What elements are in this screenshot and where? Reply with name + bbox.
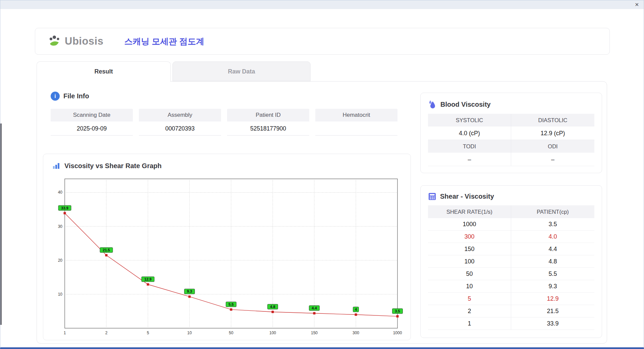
svg-text:4.8: 4.8: [270, 305, 275, 309]
bv-value-todi: –: [428, 153, 511, 166]
sv-cell-patient: 12.9: [511, 293, 594, 305]
main-panel: i File Info Scanning Date 2025-09-09 Ass…: [37, 81, 607, 344]
svg-text:30: 30: [58, 224, 63, 229]
bv-value-systolic: 4.0 (cP): [428, 127, 511, 140]
svg-text:1000: 1000: [393, 331, 402, 335]
sv-cell-patient: 3.5: [511, 218, 594, 231]
sv-cell-patient: 9.3: [511, 280, 594, 293]
field-scanning-date: Scanning Date 2025-09-09: [51, 109, 133, 136]
sv-cell-shear: 1000: [428, 218, 511, 231]
viscosity-shear-chart: 102030401251050100150300100033.921.512.9…: [51, 176, 405, 335]
field-value: [315, 121, 397, 136]
sv-cell-patient: 21.5: [511, 305, 594, 317]
file-info-fields: Scanning Date 2025-09-09 Assembly 000720…: [51, 109, 397, 136]
app-window: ✕ Ubiosis 스캐닝 모세관 점도계 Result Raw Data i …: [0, 0, 644, 349]
svg-text:40: 40: [58, 190, 63, 195]
field-value: 52518177900: [227, 121, 309, 136]
viscosity-graph-card: Viscosity vs Shear Rate Graph 1020304012…: [43, 154, 411, 340]
sv-cell-shear: 100: [428, 255, 511, 268]
field-hematocrit: Hematocrit: [315, 109, 397, 136]
logo-text: Ubiosis: [65, 35, 103, 47]
sv-cell-shear: 1: [428, 317, 511, 330]
sv-cell-patient: 4.8: [511, 255, 594, 268]
bv-header-todi: TODI: [428, 140, 511, 153]
field-assembly: Assembly 000720393: [139, 109, 221, 136]
blood-viscosity-card: Blood Viscosity SYSTOLIC DIASTOLIC 4.0 (…: [420, 93, 602, 173]
shear-viscosity-table: SHEAR RATE(1/s) PATIENT(cp) 1000 3.5 300…: [428, 205, 594, 330]
shear-viscosity-title-row: Shear - Viscosity: [428, 192, 594, 201]
svg-text:3.5: 3.5: [395, 309, 400, 313]
field-label: Hematocrit: [315, 109, 397, 121]
sv-cell-shear: 2: [428, 305, 511, 317]
bar-chart-icon: [52, 161, 61, 170]
svg-text:33.9: 33.9: [61, 206, 68, 210]
shear-viscosity-title: Shear - Viscosity: [440, 193, 494, 200]
background-window-edge: [0, 123, 2, 325]
svg-text:50: 50: [229, 331, 233, 335]
svg-text:5.5: 5.5: [228, 302, 233, 306]
svg-text:4.4: 4.4: [312, 306, 317, 310]
close-icon[interactable]: ✕: [635, 0, 639, 9]
bv-header-systolic: SYSTOLIC: [428, 114, 511, 127]
graph-title-row: Viscosity vs Shear Rate Graph: [52, 161, 411, 170]
svg-text:2: 2: [105, 331, 108, 335]
svg-text:300: 300: [353, 331, 359, 335]
sv-col-shear-rate: SHEAR RATE(1/s): [428, 205, 511, 218]
field-value: 2025-09-09: [51, 121, 133, 136]
blood-drop-icon: [428, 100, 437, 109]
file-info-section: i File Info Scanning Date 2025-09-09 Ass…: [51, 92, 397, 136]
tab-raw-data[interactable]: Raw Data: [172, 61, 311, 81]
file-info-title-row: i File Info: [51, 92, 397, 101]
bv-value-diastolic: 12.9 (cP): [511, 127, 594, 140]
sv-col-patient: PATIENT(cp): [511, 205, 594, 218]
sv-cell-shear: 5: [428, 293, 511, 305]
ubiosis-logo-icon: [48, 35, 63, 48]
bv-value-odi: –: [511, 153, 594, 166]
bv-header-odi: ODI: [511, 140, 594, 153]
blood-viscosity-title-row: Blood Viscosity: [428, 100, 594, 109]
sv-cell-shear: 10: [428, 280, 511, 293]
sv-cell-shear: 50: [428, 268, 511, 280]
sv-cell-patient: 5.5: [511, 268, 594, 280]
shear-viscosity-card: Shear - Viscosity SHEAR RATE(1/s) PATIEN…: [420, 185, 602, 338]
svg-text:10: 10: [187, 331, 192, 335]
sv-cell-patient: 4.4: [511, 243, 594, 255]
info-icon: i: [51, 92, 60, 101]
blood-viscosity-table: SYSTOLIC DIASTOLIC 4.0 (cP) 12.9 (cP) TO…: [428, 114, 594, 166]
sv-cell-patient: 33.9: [511, 317, 594, 330]
header-card: Ubiosis 스캐닝 모세관 점도계: [35, 28, 610, 55]
svg-text:150: 150: [311, 331, 318, 335]
file-info-title: File Info: [63, 92, 89, 100]
bv-header-diastolic: DIASTOLIC: [511, 114, 594, 127]
svg-text:12.9: 12.9: [144, 277, 151, 281]
svg-text:1: 1: [64, 331, 66, 335]
ubiosis-logo: Ubiosis: [48, 35, 103, 48]
blood-viscosity-title: Blood Viscosity: [440, 101, 491, 108]
svg-text:4: 4: [355, 307, 357, 311]
sv-cell-shear: 150: [428, 243, 511, 255]
tab-result[interactable]: Result: [37, 61, 171, 82]
svg-text:21.5: 21.5: [103, 248, 110, 252]
svg-text:100: 100: [269, 331, 276, 335]
graph-title: Viscosity vs Shear Rate Graph: [64, 162, 162, 170]
svg-text:5: 5: [147, 331, 149, 335]
sv-cell-shear: 300: [428, 231, 511, 243]
titlebar: ✕: [0, 0, 644, 9]
page-title: 스캐닝 모세관 점도계: [124, 36, 204, 47]
calculator-icon: [428, 192, 436, 201]
svg-text:9.3: 9.3: [187, 289, 192, 293]
field-label: Assembly: [139, 109, 221, 121]
svg-text:10: 10: [58, 292, 63, 297]
field-label: Scanning Date: [51, 109, 133, 121]
field-patient-id: Patient ID 52518177900: [227, 109, 309, 136]
svg-text:20: 20: [58, 258, 63, 263]
field-label: Patient ID: [227, 109, 309, 121]
field-value: 000720393: [139, 121, 221, 136]
sv-cell-patient: 4.0: [511, 231, 594, 243]
